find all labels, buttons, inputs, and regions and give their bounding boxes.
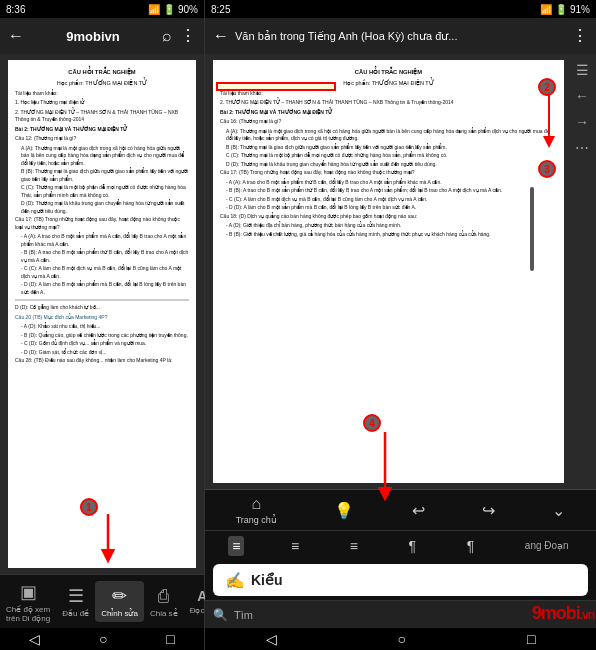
- doc-line: A (A): Thương mại là một giao dịch trong…: [15, 145, 189, 168]
- view-icon: ▣: [20, 581, 37, 603]
- doc-line: - D (D): A làm cho B một sản phẩm mà B c…: [220, 204, 557, 212]
- tab-view[interactable]: ▣ Chế độ xemtrên Di động: [0, 577, 56, 627]
- format-align-center[interactable]: ≡: [287, 536, 303, 556]
- top-bar-right: ← Văn bản trong Tiếng Anh (Hoa Kỳ) chưa …: [205, 18, 596, 54]
- scrollbar[interactable]: [530, 187, 534, 272]
- right-panel: 8:25 📶 🔋 91% ← Văn bản trong Tiếng Anh (…: [205, 0, 596, 650]
- doc-line: B (B): Thương mại là giao dịch giữa ngườ…: [15, 168, 189, 183]
- doc-line: Câu 16: (Thương mại là gì?: [220, 118, 557, 126]
- sidebar-icon-left[interactable]: ←: [575, 88, 589, 104]
- left-panel: 8:36 📶 🔋 90% ← 9mobivn ⌕ ⋮ CÂU HỎI TRẮC …: [0, 0, 205, 650]
- toolbar-btn-redo[interactable]: ↪: [482, 501, 495, 520]
- share-icon: ⎙: [158, 586, 169, 607]
- watermark-sub: .vn: [580, 608, 594, 622]
- doc-line: Câu 12: (Thương mại là gì?: [15, 135, 189, 143]
- doc-line: D (D): Thương mại là khâu trung gian chu…: [15, 200, 189, 215]
- time-right: 8:25: [211, 4, 230, 15]
- nav-recent-right[interactable]: □: [527, 631, 535, 647]
- nav-home-left[interactable]: ○: [99, 631, 107, 647]
- toolbar-btn-bulb[interactable]: 💡: [334, 501, 354, 520]
- doc-line: - A (A): A trao cho B một sản phẩm thứ B…: [220, 179, 557, 187]
- arrow-2: [534, 90, 564, 150]
- doc-line: - B (B): Giới thiệu về chất lượng, giá c…: [220, 231, 557, 239]
- toolbar-row1: ⌂ Trang chủ 💡 ↩ ↪ ⌄: [205, 490, 596, 530]
- kieu-icon: ✍: [225, 571, 245, 590]
- sidebar-icon-menu[interactable]: ☰: [576, 62, 589, 78]
- search-label-right: Tìm: [234, 609, 253, 621]
- toolbar-btn-expand[interactable]: ⌄: [552, 501, 565, 520]
- toolbar-btn-undo[interactable]: ↩: [412, 501, 425, 520]
- doc-page-left: CÂU HỎI TRẮC NGHIỆM Học phần: THƯƠNG MẠI…: [8, 60, 196, 568]
- right-sidebar-icons: ☰ ← → ⋯: [568, 54, 596, 489]
- nav-bar-right: ◁ ○ □: [205, 628, 596, 650]
- doc-line: Câu 20 (TB) Mục đích của Marketing 4P?: [15, 314, 189, 322]
- format-align-left[interactable]: ≡: [228, 536, 244, 556]
- nav-recent-left[interactable]: □: [166, 631, 174, 647]
- more-button-right[interactable]: ⋮: [572, 28, 588, 44]
- status-bar-right: 8:25 📶 🔋 91%: [205, 0, 596, 18]
- doc-line: Câu 17: (TB) Trong những hoạt động sau đ…: [220, 169, 557, 177]
- doc-line: Câu 28: (TB) Điều nào sau đây không... n…: [15, 357, 189, 365]
- search-button-left[interactable]: ⌕: [162, 28, 172, 44]
- format-paragraph[interactable]: ¶: [405, 536, 421, 556]
- doc-line: - B (B): A trao cho B một sản phẩm thứ B…: [15, 249, 189, 264]
- doc-line: - D (D): A làm cho B một sản phẩm mà B c…: [15, 281, 189, 296]
- doc-line: - A (A): A trao cho B một sản phẩm mà A …: [15, 233, 189, 248]
- kieu-section[interactable]: ✍ Kiểu: [213, 564, 588, 596]
- search-icon-right: 🔍: [213, 608, 228, 622]
- sidebar-icon-right[interactable]: →: [575, 114, 589, 130]
- back-button-left[interactable]: ←: [8, 28, 24, 44]
- nav-back-left[interactable]: ◁: [29, 631, 40, 647]
- doc-line: Bài 2: THƯƠNG MẠI VÀ THƯƠNG MẠI ĐIỆN TỬ: [220, 109, 557, 117]
- kieu-label: Kiểu: [251, 572, 283, 588]
- bulb-icon: 💡: [334, 501, 354, 520]
- time-left: 8:36: [6, 4, 25, 15]
- format-align-right[interactable]: ≡: [346, 536, 362, 556]
- right-doc-area: CÂU HỎI TRẮC NGHIỆM Học phần: THƯƠNG MẠI…: [205, 54, 596, 489]
- watermark: 9mobi.vn: [532, 603, 594, 624]
- nav-back-right[interactable]: ◁: [266, 631, 277, 647]
- arrow-4: [370, 432, 400, 502]
- doc-line: - A (D): Giới thiệu địa chỉ bán hàng, ph…: [220, 222, 557, 230]
- doc-line: D (D): Cố gắng làm cho khách tự bố...: [15, 304, 189, 312]
- home-label: Trang chủ: [236, 515, 277, 525]
- more-button-left[interactable]: ⋮: [180, 28, 196, 44]
- doc-line: 1. Học liệu Thương mại điện tử: [15, 99, 189, 107]
- doc-line: Tài liệu tham khảo:: [220, 90, 557, 98]
- doc-line: Bài 2: THƯƠNG MẠI VÀ THƯƠNG MẠI ĐIỆN TỬ: [15, 126, 189, 134]
- top-icons-left: ⌕ ⋮: [162, 28, 196, 44]
- app-title-left: 9mobivn: [66, 29, 119, 44]
- bottom-bar-left: ▣ Chế độ xemtrên Di động ☰ Đầu đề ✏ Chỉn…: [0, 574, 204, 628]
- doc-title-right: CÂU HỎI TRẮC NGHIỆM: [220, 68, 557, 77]
- doc-line: B (B): Thương mại là giao dịch giữa ngườ…: [220, 144, 557, 152]
- nav-home-right[interactable]: ○: [398, 631, 406, 647]
- status-bar-left: 8:36 📶 🔋 90%: [0, 0, 204, 18]
- doc-line: Tài liệu tham khảo:: [15, 90, 189, 98]
- sidebar-icon-dots[interactable]: ⋯: [575, 140, 589, 156]
- watermark-main: 9mobi: [532, 603, 580, 623]
- expand-icon: ⌄: [552, 501, 565, 520]
- top-bar-left: ← 9mobivn ⌕ ⋮: [0, 18, 204, 54]
- tab-heading[interactable]: ☰ Đầu đề: [56, 581, 95, 622]
- doc-line: - C (C): A làm cho B một dịch vụ mà B cầ…: [220, 196, 557, 204]
- doc-page-right[interactable]: CÂU HỎI TRẮC NGHIỆM Học phần: THƯƠNG MẠI…: [213, 60, 564, 483]
- paragraph-label: ang Đoạn: [521, 540, 573, 551]
- doc-line: - D (D): Giám sát, tổ chức các đơn vị...: [15, 349, 189, 357]
- doc-line: - C (D): Gồm đủ định dịch vụ... sản phẩm…: [15, 340, 189, 348]
- doc-line: Câu 17: (TB) Trong những hoạt động sau đ…: [15, 216, 189, 231]
- redo-icon: ↪: [482, 501, 495, 520]
- toolbar-row2: ≡ ≡ ≡ ¶ ¶ ang Đoạn: [205, 530, 596, 560]
- tab-edit[interactable]: ✏ Chỉnh sửa: [95, 581, 144, 622]
- doc-line: - A (D): Khảo sát nhu cầu, thị hiếu...: [15, 323, 189, 331]
- format-paragraph2[interactable]: ¶: [463, 536, 479, 556]
- tab-share[interactable]: ⎙ Chia sẻ: [144, 582, 184, 622]
- doc-line: 2. THƯƠNG MẠI ĐIỆN TỬ – THANH SƠN & THÁI…: [220, 99, 557, 107]
- doc-line: - B (B): A trao cho B một sản phẩm thứ B…: [220, 187, 557, 195]
- toolbar-btn-home[interactable]: ⌂ Trang chủ: [236, 495, 277, 525]
- doc-subtitle-right: Học phần: THƯƠNG MẠI ĐIỆN TỬ: [220, 79, 557, 87]
- back-button-right[interactable]: ←: [213, 28, 229, 44]
- doc-line: C (C): Thương mại là một bộ phận dễ mọi …: [15, 184, 189, 199]
- status-icons-left: 📶 🔋 90%: [148, 4, 198, 15]
- doc-line: A (A): Thương mại là một giao dịch trong…: [220, 128, 557, 143]
- doc-title-left: CÂU HỎI TRẮC NGHIỆM: [15, 68, 189, 77]
